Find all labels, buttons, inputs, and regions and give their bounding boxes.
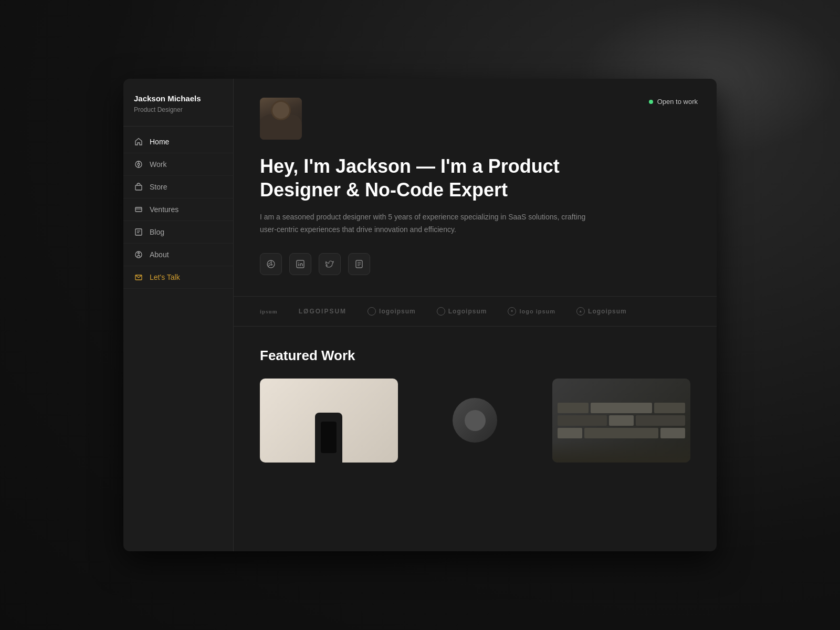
work-card-2[interactable] — [406, 379, 544, 463]
logos-section: ipsum LØGOIPSUM logoipsum Logoipsum ✦ lo… — [234, 297, 717, 327]
work-icon — [134, 160, 143, 169]
sidebar-nav: Home Work — [123, 127, 233, 552]
home-icon — [134, 137, 143, 146]
app-window: Jackson Michaels Product Designer Home — [123, 79, 717, 551]
logo-2-text: LØGOIPSUM — [299, 308, 346, 315]
card-2-inner — [465, 410, 486, 431]
sidebar-item-blog-label: Blog — [150, 228, 164, 236]
dribbble-button[interactable] — [260, 253, 282, 275]
sidebar-item-work[interactable]: Work — [123, 153, 233, 176]
ventures-icon — [134, 205, 143, 214]
logo-1-text: ipsum — [260, 308, 278, 314]
sidebar: Jackson Michaels Product Designer Home — [123, 79, 234, 551]
svg-point-11 — [138, 253, 140, 254]
sidebar-item-about-label: About — [150, 250, 169, 259]
open-dot — [649, 100, 653, 104]
card-3-row-2 — [558, 415, 685, 426]
sidebar-name: Jackson Michaels — [134, 93, 223, 104]
work-card-1[interactable] — [260, 379, 398, 463]
logo-3-text: logoipsum — [379, 308, 416, 315]
card-3-gradient — [552, 442, 690, 463]
logo-6-icon: ▲ — [576, 307, 585, 316]
sidebar-item-ventures[interactable]: Ventures — [123, 198, 233, 221]
work-grid — [260, 379, 690, 463]
sidebar-profile: Jackson Michaels Product Designer — [123, 79, 233, 127]
card-2-circle — [453, 398, 497, 443]
sidebar-item-lets-talk-label: Let's Talk — [150, 273, 180, 281]
avatar-image — [260, 98, 302, 140]
svg-point-16 — [298, 262, 299, 263]
featured-section: Featured Work — [234, 327, 717, 551]
card-1-screen — [321, 422, 337, 453]
logo-item-4: Logoipsum — [437, 307, 487, 316]
linkedin-button[interactable] — [289, 253, 311, 275]
blog-icon — [134, 227, 143, 237]
logo-4-text: Logoipsum — [448, 308, 487, 315]
svg-point-1 — [138, 163, 140, 165]
logo-5-text: logo ipsum — [519, 308, 555, 314]
logo-item-1: ipsum — [260, 308, 278, 314]
main-content: Open to work Hey, I'm Jackson — I'm a Pr… — [234, 79, 717, 551]
sidebar-item-about[interactable]: About — [123, 244, 233, 266]
about-icon — [134, 250, 143, 259]
work-card-3[interactable] — [552, 379, 690, 463]
sidebar-item-home-label: Home — [150, 138, 169, 146]
sidebar-item-blog[interactable]: Blog — [123, 221, 233, 244]
notion-button[interactable] — [348, 253, 370, 275]
mail-icon — [134, 272, 143, 282]
logo-6-text: Logoipsum — [588, 308, 627, 315]
logo-3-icon — [368, 307, 376, 316]
sidebar-role: Product Designer — [134, 106, 223, 113]
logo-item-3: logoipsum — [368, 307, 416, 316]
sidebar-item-work-label: Work — [150, 160, 166, 169]
sidebar-item-store[interactable]: Store — [123, 176, 233, 198]
hero-section: Open to work Hey, I'm Jackson — I'm a Pr… — [234, 79, 717, 297]
twitter-button[interactable] — [319, 253, 341, 275]
hero-title: Hey, I'm Jackson — I'm a Product Designe… — [260, 154, 617, 202]
featured-title: Featured Work — [260, 348, 690, 364]
logo-item-5: ✦ logo ipsum — [508, 307, 555, 316]
sidebar-item-home[interactable]: Home — [123, 131, 233, 153]
social-icons-row — [260, 253, 690, 275]
open-to-work-badge: Open to work — [649, 98, 698, 106]
svg-rect-4 — [135, 185, 142, 190]
sidebar-item-ventures-label: Ventures — [150, 205, 178, 214]
hero-description: I am a seasoned product designer with 5 … — [260, 211, 596, 236]
logo-4-icon — [437, 307, 445, 316]
card-1-phone — [315, 413, 342, 463]
svg-rect-5 — [135, 207, 142, 212]
svg-rect-7 — [135, 229, 142, 235]
sidebar-item-store-label: Store — [150, 183, 167, 191]
card-3-row-1 — [558, 403, 685, 413]
sidebar-item-lets-talk[interactable]: Let's Talk — [123, 266, 233, 289]
avatar — [260, 98, 302, 140]
logo-item-2: LØGOIPSUM — [299, 308, 346, 315]
card-3-row-3 — [558, 428, 685, 438]
logo-5-icon: ✦ — [508, 307, 516, 316]
logo-item-6: ▲ Logoipsum — [576, 307, 627, 316]
store-icon — [134, 182, 143, 192]
open-to-work-label: Open to work — [657, 98, 698, 106]
